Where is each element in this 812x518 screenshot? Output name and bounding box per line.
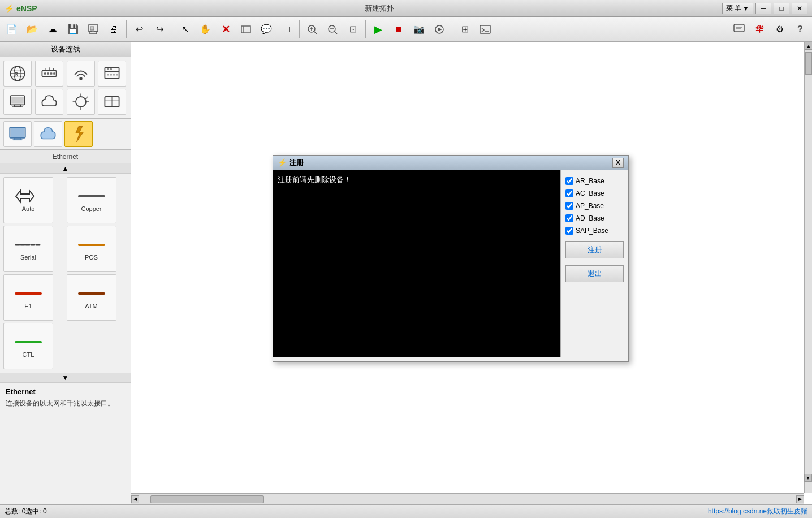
snapshot-button[interactable]: 📷: [409, 20, 429, 39]
device-cloud[interactable]: [34, 121, 62, 147]
help-button[interactable]: ?: [791, 20, 810, 39]
exit-button[interactable]: 退出: [565, 265, 624, 282]
toolbar-separator-1: [126, 20, 127, 38]
grid-button[interactable]: ⊞: [455, 20, 474, 39]
save-cloud-button[interactable]: ☁: [43, 20, 62, 39]
status-link[interactable]: https://blog.csdn.ne救取初生皮猪: [708, 507, 807, 516]
scroll-right-arrow[interactable]: ▶: [796, 495, 804, 503]
cable-e1[interactable]: E1: [3, 274, 53, 321]
device-category-routers[interactable]: R: [3, 61, 32, 87]
zoom-out-button[interactable]: [323, 20, 342, 39]
register-button[interactable]: 注册: [565, 241, 624, 258]
toolbar-separator-2: [172, 20, 172, 38]
undo-button[interactable]: ↩: [129, 20, 149, 39]
chat-button[interactable]: [729, 20, 749, 39]
checkbox-ar-input[interactable]: [565, 177, 573, 185]
comment-button[interactable]: 💬: [257, 20, 276, 39]
scroll-down-arrow[interactable]: ▼: [804, 474, 812, 482]
device-category-wireless[interactable]: [67, 61, 95, 87]
cable-pos-label: POS: [85, 254, 98, 261]
svg-rect-35: [107, 74, 109, 76]
print-button[interactable]: 🖨: [104, 20, 123, 39]
delete-button[interactable]: ✕: [216, 20, 235, 39]
scrollbar-vertical[interactable]: ▲ ▼: [804, 42, 812, 493]
scrollbar-horizontal[interactable]: ◀ ▶: [131, 493, 804, 504]
checkbox-ac-base[interactable]: AC_Base: [565, 189, 624, 197]
device-category-security[interactable]: [98, 61, 126, 87]
scroll-up-arrow[interactable]: ▲: [805, 42, 812, 50]
cable-auto-label: Auto: [22, 205, 35, 212]
checkbox-ap-base[interactable]: AP_Base: [565, 202, 624, 210]
dialog-title: ⚡ 注册: [278, 158, 304, 168]
device-category-other[interactable]: [98, 89, 126, 115]
terminal-button[interactable]: [476, 20, 495, 39]
scroll-up-button[interactable]: ▲: [0, 163, 131, 174]
logo-icon: ⚡: [5, 4, 14, 13]
sidebar-description: Ethernet 连接设备的以太网和千兆以太接口。: [0, 383, 131, 504]
cable-auto[interactable]: Auto: [3, 177, 53, 223]
dialog-body: 注册前请先删除设备！ AR_Base AC_Base AP_Base: [273, 170, 628, 357]
zoom-in-button[interactable]: [303, 20, 322, 39]
select-button[interactable]: ↖: [175, 20, 195, 39]
record-button[interactable]: [430, 20, 449, 39]
scroll-thumb-vertical[interactable]: [805, 52, 812, 75]
toolbar: 📄 📂 ☁ 💾 🖨 ↩ ↪ ↖ ✋ ✕ 💬 □ ⊡ ▶ ■ 📷 ⊞ 华 ⚙ ?: [0, 17, 812, 42]
checkbox-sap-base[interactable]: SAP_Base: [565, 227, 624, 235]
cable-atm[interactable]: ATM: [67, 274, 116, 321]
menu-button[interactable]: 菜 单 ▼: [722, 3, 753, 14]
checkbox-sap-input[interactable]: [565, 227, 573, 235]
minimize-button[interactable]: ─: [755, 3, 771, 14]
svg-rect-25: [44, 72, 46, 75]
open-button[interactable]: 📂: [23, 20, 42, 39]
scroll-thumb-horizontal[interactable]: [150, 495, 264, 503]
maximize-button[interactable]: □: [774, 3, 789, 14]
scroll-down-button[interactable]: ▼: [0, 373, 131, 383]
settings-button[interactable]: ⚙: [770, 20, 789, 39]
stop-button[interactable]: ■: [389, 20, 408, 39]
canvas-area[interactable]: ⚡ 注册 X 注册前请先删除设备！ AR_Base AC_Base: [131, 42, 812, 504]
checkbox-ad-input[interactable]: [565, 214, 573, 222]
device-power[interactable]: [64, 121, 93, 147]
export-button[interactable]: [84, 20, 103, 39]
checkbox-ar-base[interactable]: AR_Base: [565, 177, 624, 185]
checkbox-ap-label: AP_Base: [576, 202, 604, 210]
svg-rect-28: [53, 72, 55, 75]
svg-rect-2: [241, 26, 250, 33]
new-button[interactable]: 📄: [2, 20, 21, 39]
app-logo: ⚡ eNSP: [5, 4, 37, 13]
pan-button[interactable]: ✋: [196, 20, 215, 39]
window-title: 新建拓扑: [37, 3, 722, 14]
svg-rect-1: [90, 27, 94, 30]
cable-ctl[interactable]: CTL: [3, 323, 53, 369]
dialog-titlebar: ⚡ 注册 X: [273, 156, 628, 170]
fit-button[interactable]: ⊡: [343, 20, 362, 39]
svg-marker-59: [16, 191, 34, 202]
svg-rect-15: [734, 24, 744, 32]
register-dialog: ⚡ 注册 X 注册前请先删除设备！ AR_Base AC_Base: [273, 155, 629, 362]
cable-copper[interactable]: Copper: [67, 177, 116, 223]
text-button[interactable]: [236, 20, 256, 39]
dialog-bottom: [273, 357, 628, 361]
device-category-switches[interactable]: [35, 61, 63, 87]
rect-button[interactable]: □: [277, 20, 296, 39]
status-selected: 选中: 0: [25, 507, 46, 516]
cable-serial[interactable]: Serial: [3, 226, 53, 272]
start-button[interactable]: ▶: [369, 20, 388, 39]
cable-e1-label: E1: [24, 303, 32, 309]
dialog-close-button[interactable]: X: [612, 158, 624, 168]
scroll-left-arrow[interactable]: ◀: [131, 495, 139, 503]
huawei-button[interactable]: 华: [750, 20, 769, 39]
device-category-hub[interactable]: [67, 89, 95, 115]
device-display[interactable]: [3, 121, 32, 147]
redo-button[interactable]: ↪: [150, 20, 169, 39]
svg-line-47: [85, 97, 87, 99]
close-button[interactable]: ✕: [792, 3, 807, 14]
checkbox-ap-input[interactable]: [565, 202, 573, 210]
device-category-cloud[interactable]: [35, 89, 63, 115]
checkbox-ac-input[interactable]: [565, 189, 573, 197]
save-button[interactable]: 💾: [63, 20, 83, 39]
device-category-pc[interactable]: [3, 89, 32, 115]
dialog-options-panel: AR_Base AC_Base AP_Base AD_Base: [560, 170, 628, 357]
cable-pos[interactable]: POS: [67, 226, 116, 272]
checkbox-ad-base[interactable]: AD_Base: [565, 214, 624, 222]
